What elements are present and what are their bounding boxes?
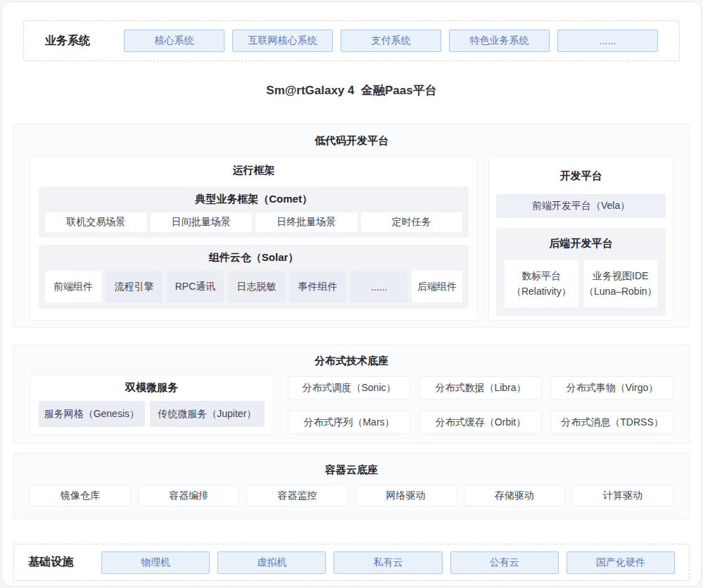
distributed-title: 分布式技术底座 bbox=[30, 354, 673, 368]
vela-box: 前端开发平台（Vela） bbox=[496, 194, 666, 218]
comet-box: 定时任务 bbox=[361, 212, 463, 232]
container-cloud-items: 镜像仓库 容器编排 容器监控 网络驱动 存储驱动 计算驱动 bbox=[30, 485, 673, 506]
infrastructure-band: 基础设施 物理机 虚拟机 私有云 公有云 国产化硬件 bbox=[13, 544, 690, 581]
backend-dev-box-code: （Relativity） bbox=[512, 283, 571, 299]
business-system-box: 核心系统 bbox=[124, 30, 224, 52]
distributed-services-grid: 分布式调度（Sonic） 分布式数据（Libra） 分布式事物（Virgo） 分… bbox=[288, 376, 673, 435]
business-system-box: 互联网核心系统 bbox=[232, 30, 333, 52]
low-code-row: 运行框架 典型业务框架（Comet） 联机交易场景 日间批量场景 日终批量场景 … bbox=[30, 156, 673, 321]
comet-items: 联机交易场景 日间批量场景 日终批量场景 定时任务 bbox=[45, 212, 462, 232]
architecture-diagram: 业务系统 核心系统 互联网核心系统 支付系统 特色业务系统 ...... Sm@… bbox=[1, 1, 702, 587]
business-systems-label: 业务系统 bbox=[45, 34, 90, 49]
comet-box: 联机交易场景 bbox=[45, 212, 147, 232]
infrastructure-box: 国产化硬件 bbox=[566, 551, 675, 574]
distributed-service-box: 分布式缓存（Orbit） bbox=[419, 411, 542, 434]
platform-title: Sm@rtGalaxy 4 金融Paas平台 bbox=[2, 82, 701, 98]
solar-box: RPC通讯 bbox=[167, 271, 224, 302]
business-systems-items: 核心系统 互联网核心系统 支付系统 特色业务系统 ...... bbox=[124, 30, 658, 52]
container-cloud-title: 容器云底座 bbox=[30, 464, 673, 477]
container-cloud-box: 镜像仓库 bbox=[30, 485, 131, 506]
solar-back-box: 后端组件 bbox=[412, 271, 462, 302]
comet-title: 典型业务框架（Comet） bbox=[45, 193, 462, 206]
distributed-service-box: 分布式序列（Mars） bbox=[288, 411, 410, 434]
solar-front-box: 前端组件 bbox=[45, 271, 101, 302]
dual-mode-title: 双模微服务 bbox=[39, 381, 265, 395]
solar-title: 组件云仓（Solar） bbox=[45, 251, 462, 264]
distributed-service-box: 分布式数据（Libra） bbox=[419, 376, 542, 400]
backend-dev-box-code: （Luna–Robin） bbox=[584, 283, 657, 299]
comet-box: 日间批量场景 bbox=[151, 212, 253, 232]
container-cloud-box: 容器编排 bbox=[138, 485, 239, 506]
solar-box: ...... bbox=[350, 271, 407, 302]
backend-dev-title: 后端开发平台 bbox=[505, 237, 657, 250]
backend-dev-box-name: 业务视图IDE bbox=[593, 268, 648, 283]
backend-dev-box-name: 数标平台 bbox=[521, 268, 561, 283]
solar-box: 日志脱敏 bbox=[228, 271, 285, 302]
infrastructure-box: 虚拟机 bbox=[217, 551, 326, 574]
runtime-framework-card: 运行框架 典型业务框架（Comet） 联机交易场景 日间批量场景 日终批量场景 … bbox=[30, 156, 478, 321]
infrastructure-box: 公有云 bbox=[450, 551, 559, 574]
low-code-section: 低代码开发平台 运行框架 典型业务框架（Comet） 联机交易场景 日间批量场景… bbox=[13, 124, 690, 328]
distributed-row: 双模微服务 服务网格（Genesis） 传统微服务（Jupiter） 分布式调度… bbox=[30, 375, 673, 435]
backend-dev-items: 数标平台 （Relativity） 业务视图IDE （Luna–Robin） bbox=[505, 260, 657, 307]
container-cloud-section: 容器云底座 镜像仓库 容器编排 容器监控 网络驱动 存储驱动 计算驱动 bbox=[13, 453, 690, 519]
dual-mode-card: 双模微服务 服务网格（Genesis） 传统微服务（Jupiter） bbox=[30, 375, 274, 435]
dual-mode-items: 服务网格（Genesis） 传统微服务（Jupiter） bbox=[39, 401, 265, 427]
distributed-section: 分布式技术底座 双模微服务 服务网格（Genesis） 传统微服务（Jupite… bbox=[13, 344, 690, 444]
runtime-framework-title: 运行框架 bbox=[39, 164, 469, 177]
backend-dev-box: 数标平台 （Relativity） bbox=[505, 260, 578, 307]
container-cloud-box: 网络驱动 bbox=[355, 485, 457, 506]
distributed-service-box: 分布式事物（Virgo） bbox=[551, 376, 673, 400]
container-cloud-box: 存储驱动 bbox=[464, 485, 565, 506]
dev-platform-card: 开发平台 前端开发平台（Vela） 后端开发平台 数标平台 （Relativit… bbox=[488, 156, 673, 321]
business-system-box: 特色业务系统 bbox=[449, 30, 550, 52]
business-system-box: 支付系统 bbox=[341, 30, 441, 52]
dev-platform-title: 开发平台 bbox=[496, 170, 666, 183]
solar-box: 流程引擎 bbox=[106, 271, 163, 302]
solar-items: 前端组件 流程引擎 RPC通讯 日志脱敏 事件组件 ...... 后端组件 bbox=[45, 271, 462, 302]
comet-box: 日终批量场景 bbox=[255, 212, 357, 232]
distributed-service-box: 分布式消息（TDRSS） bbox=[551, 411, 673, 434]
low-code-title: 低代码开发平台 bbox=[30, 134, 673, 148]
dual-mode-box: 传统微服务（Jupiter） bbox=[150, 401, 265, 427]
solar-box: 事件组件 bbox=[289, 271, 346, 302]
solar-card: 组件云仓（Solar） 前端组件 流程引擎 RPC通讯 日志脱敏 事件组件 ..… bbox=[39, 245, 469, 309]
backend-dev-card: 后端开发平台 数标平台 （Relativity） 业务视图IDE （Luna–R… bbox=[496, 229, 666, 316]
infrastructure-box: 物理机 bbox=[101, 551, 210, 574]
container-cloud-box: 容器监控 bbox=[246, 485, 348, 506]
infrastructure-items: 物理机 虚拟机 私有云 公有云 国产化硬件 bbox=[101, 551, 675, 574]
infrastructure-label: 基础设施 bbox=[28, 555, 73, 570]
dual-mode-box: 服务网格（Genesis） bbox=[39, 401, 145, 427]
comet-card: 典型业务框架（Comet） 联机交易场景 日间批量场景 日终批量场景 定时任务 bbox=[39, 186, 469, 238]
infrastructure-box: 私有云 bbox=[334, 551, 442, 574]
business-system-box: ...... bbox=[557, 30, 658, 52]
business-systems-band: 业务系统 核心系统 互联网核心系统 支付系统 特色业务系统 ...... bbox=[23, 20, 680, 61]
distributed-service-box: 分布式调度（Sonic） bbox=[288, 376, 410, 400]
container-cloud-box: 计算驱动 bbox=[572, 485, 673, 506]
backend-dev-box: 业务视图IDE （Luna–Robin） bbox=[584, 260, 657, 307]
